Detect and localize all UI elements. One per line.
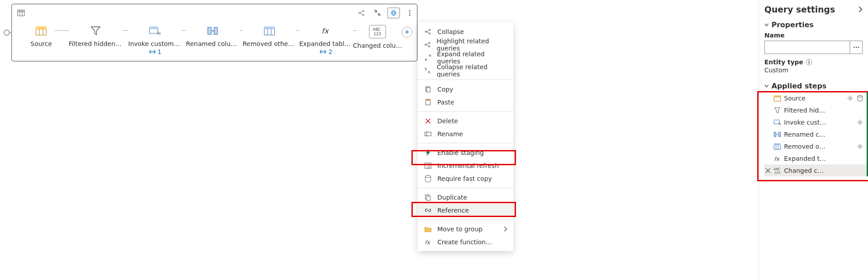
svg-line-49 bbox=[424, 67, 427, 70]
step-label: Filtered hid… bbox=[784, 107, 867, 114]
cm-delete[interactable]: Delete bbox=[418, 114, 513, 127]
link-count: 1 bbox=[158, 48, 162, 55]
abc123-icon: ABC123 bbox=[773, 167, 781, 174]
name-more-button[interactable] bbox=[850, 41, 863, 54]
cm-reference[interactable]: Reference bbox=[418, 204, 513, 217]
cm-expand-related[interactable]: Expand related queries bbox=[418, 51, 513, 64]
cm-label: Create function… bbox=[437, 238, 492, 246]
cm-rename[interactable]: Rename bbox=[418, 127, 513, 140]
spacer bbox=[692, 0, 759, 280]
collapse-icon bbox=[424, 28, 432, 36]
step-link-indicator[interactable]: 1 bbox=[149, 48, 162, 55]
chevron-down-icon bbox=[764, 23, 769, 27]
svg-rect-4 bbox=[17, 10, 24, 12]
cm-label: Duplicate bbox=[437, 194, 467, 201]
svg-text:fx: fx bbox=[778, 122, 781, 125]
menu-separator bbox=[418, 219, 513, 220]
cm-label: Incremental refresh bbox=[437, 162, 499, 169]
cm-label: Reference bbox=[437, 207, 469, 214]
step-label: Renamed columns bbox=[186, 40, 239, 47]
properties-section-toggle[interactable]: Properties bbox=[759, 18, 868, 31]
cm-create-function[interactable]: fx Create function… bbox=[418, 235, 513, 248]
link-count: 2 bbox=[328, 48, 332, 55]
svg-point-5 bbox=[359, 12, 361, 14]
chevron-right-icon[interactable] bbox=[858, 6, 863, 13]
table-icon bbox=[34, 25, 48, 37]
cm-highlight-related[interactable]: Highlight related queries bbox=[418, 38, 513, 51]
svg-text:fx: fx bbox=[425, 239, 431, 245]
cm-label: Collapse bbox=[437, 28, 464, 35]
svg-rect-70 bbox=[774, 95, 781, 97]
globe-icon[interactable] bbox=[387, 8, 400, 18]
cm-paste[interactable]: Paste bbox=[418, 96, 513, 109]
collapse-arrows-icon[interactable] bbox=[371, 8, 384, 18]
cm-require-fast-copy[interactable]: Require fast copy bbox=[418, 172, 513, 185]
svg-rect-25 bbox=[149, 26, 158, 29]
svg-rect-81 bbox=[774, 143, 781, 145]
delete-step-icon[interactable] bbox=[765, 168, 772, 173]
svg-rect-59 bbox=[425, 163, 431, 168]
delete-icon bbox=[424, 117, 432, 125]
info-icon[interactable]: i bbox=[806, 59, 812, 65]
step-changed[interactable]: ABC123 Changed column… bbox=[357, 25, 398, 49]
svg-point-15 bbox=[409, 10, 411, 12]
flow-connector bbox=[122, 30, 128, 31]
step-invoke[interactable]: fx Invoke custom fu… 1 bbox=[128, 25, 182, 55]
applied-step-expanded[interactable]: fx Expanded t… bbox=[764, 152, 868, 164]
folder-icon bbox=[424, 225, 432, 233]
properties-title: Properties bbox=[772, 21, 813, 29]
chevron-right-icon bbox=[503, 226, 507, 232]
applied-step-invoke[interactable]: fx Invoke cust… bbox=[764, 116, 868, 128]
menu-separator bbox=[418, 111, 513, 112]
svg-point-73 bbox=[858, 95, 862, 97]
filter-icon bbox=[773, 107, 781, 113]
step-source[interactable]: Source bbox=[28, 25, 55, 47]
expand-icon bbox=[424, 54, 432, 62]
share-icon[interactable] bbox=[355, 8, 368, 18]
cm-move-to-group[interactable]: Move to group bbox=[418, 222, 513, 235]
applied-step-source[interactable]: Source bbox=[764, 92, 868, 104]
step-expanded[interactable]: fx Expanded table c… 2 bbox=[299, 25, 353, 55]
duplicate-icon bbox=[424, 193, 432, 201]
cm-enable-staging[interactable]: Enable staging bbox=[418, 146, 513, 159]
applied-step-changed[interactable]: ABC123 Changed c… bbox=[764, 164, 868, 176]
cm-collapse[interactable]: Collapse bbox=[418, 25, 513, 38]
step-label: Renamed c… bbox=[784, 131, 867, 138]
gear-icon[interactable] bbox=[846, 94, 854, 102]
applied-steps-section-toggle[interactable]: Applied steps bbox=[759, 79, 868, 92]
menu-separator bbox=[418, 188, 513, 188]
svg-text:123: 123 bbox=[374, 32, 381, 36]
step-filtered[interactable]: Filtered hidden fi… bbox=[69, 25, 122, 47]
add-step-button[interactable]: + bbox=[402, 27, 412, 38]
more-icon[interactable] bbox=[403, 8, 416, 18]
svg-rect-28 bbox=[208, 27, 211, 34]
diagram-canvas[interactable]: Source Filtered hidden fi… fx Invoke cus… bbox=[0, 0, 692, 280]
cm-collapse-related[interactable]: Collapse related queries bbox=[418, 64, 513, 77]
database-icon bbox=[424, 175, 432, 183]
step-link-indicator[interactable]: 2 bbox=[319, 48, 332, 55]
cm-label: Rename bbox=[437, 130, 463, 138]
database-icon[interactable] bbox=[856, 94, 864, 102]
step-renamed[interactable]: Renamed columns bbox=[186, 25, 239, 47]
gear-icon[interactable] bbox=[856, 118, 864, 126]
query-name-input[interactable] bbox=[764, 41, 850, 54]
step-removed[interactable]: Removed other c… bbox=[243, 25, 296, 47]
cm-duplicate[interactable]: Duplicate bbox=[418, 191, 513, 204]
table-icon-button[interactable] bbox=[15, 8, 27, 18]
svg-line-11 bbox=[378, 14, 381, 16]
gear-icon[interactable] bbox=[856, 142, 864, 150]
cm-incremental-refresh[interactable]: Incremental refresh bbox=[418, 159, 513, 172]
highlight-icon bbox=[424, 41, 431, 49]
cm-copy[interactable]: Copy bbox=[418, 83, 513, 96]
svg-point-6 bbox=[363, 10, 365, 12]
svg-text:ABC: ABC bbox=[373, 27, 381, 32]
applied-step-removed[interactable]: Removed o… bbox=[764, 140, 868, 152]
table-icon bbox=[773, 143, 781, 150]
cm-label: Paste bbox=[437, 99, 454, 106]
applied-step-filtered[interactable]: Filtered hid… bbox=[764, 104, 868, 116]
applied-step-renamed[interactable]: Renamed c… bbox=[764, 128, 868, 140]
step-label: Removed o… bbox=[784, 143, 853, 150]
svg-point-16 bbox=[409, 13, 411, 14]
svg-rect-22 bbox=[36, 26, 46, 29]
svg-point-7 bbox=[363, 14, 365, 16]
